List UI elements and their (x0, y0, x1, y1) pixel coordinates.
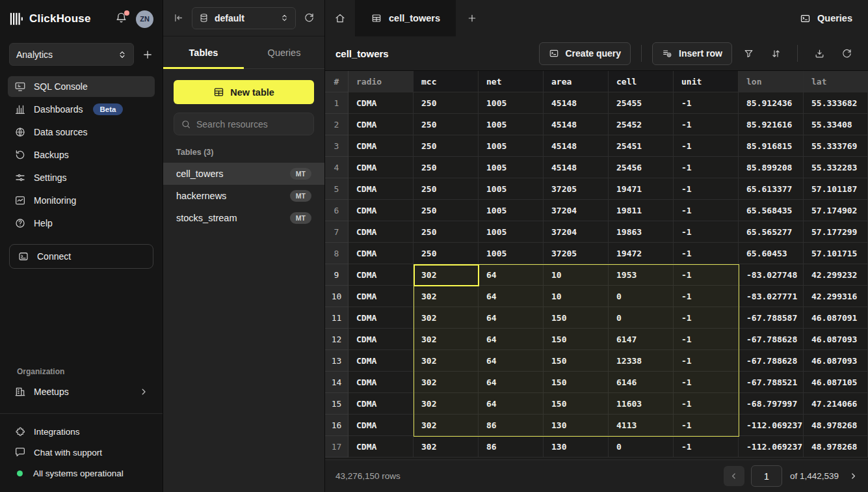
sidebar-item-monitoring[interactable]: Monitoring (8, 190, 155, 211)
table-cell-cell[interactable]: 25455 (609, 92, 674, 114)
table-cell-mcc[interactable]: 302 (414, 415, 479, 436)
table-cell-net[interactable]: 64 (479, 372, 544, 393)
workspace-select[interactable]: Analytics (9, 43, 134, 66)
table-cell-mcc[interactable]: 250 (414, 135, 479, 157)
table-cell-unit[interactable]: -1 (674, 350, 739, 372)
table-cell-mcc[interactable]: 302 (414, 307, 479, 329)
column-header-net[interactable]: net (479, 71, 544, 92)
table-cell-lon[interactable]: -67.788521 (739, 372, 804, 393)
table-cell-radio[interactable]: CDMA (349, 157, 414, 178)
table-cell-cell[interactable]: 1953 (609, 264, 674, 286)
row-number[interactable]: 9 (325, 264, 349, 286)
table-cell-lon[interactable]: 65.565277 (739, 221, 804, 243)
table-cell-cell[interactable]: 25452 (609, 114, 674, 135)
next-page-button[interactable] (849, 472, 858, 480)
column-header-area[interactable]: area (544, 71, 609, 92)
table-cell-mcc[interactable]: 302 (414, 436, 479, 458)
table-cell-net[interactable]: 1005 (479, 114, 544, 135)
table-cell-radio[interactable]: CDMA (349, 114, 414, 135)
table-cell-radio[interactable]: CDMA (349, 286, 414, 307)
table-cell-net[interactable]: 1005 (479, 200, 544, 221)
table-cell-radio[interactable]: CDMA (349, 135, 414, 157)
table-cell-lon[interactable]: 85.921616 (739, 114, 804, 135)
sidebar-item-help[interactable]: Help (8, 213, 155, 234)
table-cell-lon[interactable]: -83.027748 (739, 264, 804, 286)
table-cell-lon[interactable]: -67.788628 (739, 350, 804, 372)
table-cell-lat[interactable]: 47.214066 (804, 393, 868, 415)
table-cell-radio[interactable]: CDMA (349, 372, 414, 393)
table-cell-unit[interactable]: -1 (674, 264, 739, 286)
search-input[interactable] (196, 119, 307, 130)
table-cell-cell[interactable]: 0 (609, 286, 674, 307)
table-cell-mcc[interactable]: 250 (414, 243, 479, 264)
table-cell-radio[interactable]: CDMA (349, 415, 414, 436)
table-cell-area[interactable]: 45148 (544, 135, 609, 157)
table-cell-unit[interactable]: -1 (674, 200, 739, 221)
row-number[interactable]: 15 (325, 393, 349, 415)
table-cell-lat[interactable]: 57.101187 (804, 178, 868, 200)
row-number[interactable]: 10 (325, 286, 349, 307)
table-cell-cell[interactable]: 0 (609, 436, 674, 458)
table-cell-mcc[interactable]: 250 (414, 157, 479, 178)
table-list-item-stocks-stream[interactable]: stocks_stream MT (163, 207, 324, 229)
table-cell-net[interactable]: 1005 (479, 92, 544, 114)
row-number[interactable]: 12 (325, 329, 349, 350)
table-cell-net[interactable]: 1005 (479, 157, 544, 178)
table-cell-area[interactable]: 37204 (544, 200, 609, 221)
new-table-button[interactable]: New table (174, 80, 314, 104)
queries-button[interactable]: Queries (784, 0, 868, 36)
table-cell-area[interactable]: 150 (544, 329, 609, 350)
table-cell-area[interactable]: 150 (544, 393, 609, 415)
table-cell-lon[interactable]: 85.916815 (739, 135, 804, 157)
table-cell-lat[interactable]: 55.332283 (804, 157, 868, 178)
download-button[interactable] (808, 42, 830, 64)
table-cell-cell[interactable]: 19863 (609, 221, 674, 243)
table-cell-radio[interactable]: CDMA (349, 329, 414, 350)
table-cell-unit[interactable]: -1 (674, 329, 739, 350)
table-cell-lon[interactable]: 65.60453 (739, 243, 804, 264)
row-number[interactable]: 16 (325, 415, 349, 436)
table-cell-lat[interactable]: 46.087091 (804, 307, 868, 329)
tab-tables[interactable]: Tables (163, 36, 244, 68)
insert-row-button[interactable]: Insert row (652, 42, 732, 65)
table-cell-radio[interactable]: CDMA (349, 264, 414, 286)
table-cell-lon[interactable]: -112.069237 (739, 436, 804, 458)
row-number[interactable]: 8 (325, 243, 349, 264)
table-cell-net[interactable]: 64 (479, 307, 544, 329)
table-cell-cell[interactable]: 6146 (609, 372, 674, 393)
sidebar-item-backups[interactable]: Backups (8, 144, 155, 165)
table-cell-lon[interactable]: -112.069237 (739, 415, 804, 436)
table-cell-unit[interactable]: -1 (674, 436, 739, 458)
table-cell-lon[interactable]: -67.788628 (739, 329, 804, 350)
table-cell-net[interactable]: 86 (479, 436, 544, 458)
table-cell-net[interactable]: 64 (479, 350, 544, 372)
row-number[interactable]: 7 (325, 221, 349, 243)
table-cell-cell[interactable]: 25456 (609, 157, 674, 178)
table-cell-unit[interactable]: -1 (674, 243, 739, 264)
row-number[interactable]: 5 (325, 178, 349, 200)
column-header-lon[interactable]: lon (739, 71, 804, 92)
table-cell-cell[interactable]: 0 (609, 307, 674, 329)
table-cell-net[interactable]: 64 (479, 286, 544, 307)
new-tab-button[interactable] (456, 0, 488, 36)
table-list-item-hackernews[interactable]: hackernews MT (163, 185, 324, 207)
table-cell-net[interactable]: 64 (479, 329, 544, 350)
table-cell-unit[interactable]: -1 (674, 415, 739, 436)
row-number[interactable]: 3 (325, 135, 349, 157)
sidebar-item-system-status[interactable]: All systems operational (8, 463, 155, 483)
table-cell-lon[interactable]: -67.788587 (739, 307, 804, 329)
table-cell-area[interactable]: 130 (544, 415, 609, 436)
notifications-button[interactable] (115, 12, 127, 26)
table-list-item-cell-towers[interactable]: cell_towers MT (163, 163, 324, 185)
avatar[interactable]: ZN (136, 10, 153, 28)
table-cell-lon[interactable]: 85.899208 (739, 157, 804, 178)
table-cell-lon[interactable]: -83.027771 (739, 286, 804, 307)
table-cell-lon[interactable]: 85.912436 (739, 92, 804, 114)
table-cell-mcc[interactable]: 302 (414, 329, 479, 350)
table-cell-lon[interactable]: -68.797997 (739, 393, 804, 415)
table-cell-lat[interactable]: 57.174902 (804, 200, 868, 221)
tab-cell-towers[interactable]: cell_towers (356, 0, 456, 36)
table-cell-lat[interactable]: 48.978268 (804, 415, 868, 436)
table-cell-radio[interactable]: CDMA (349, 221, 414, 243)
table-cell-mcc[interactable]: 302 (414, 393, 479, 415)
